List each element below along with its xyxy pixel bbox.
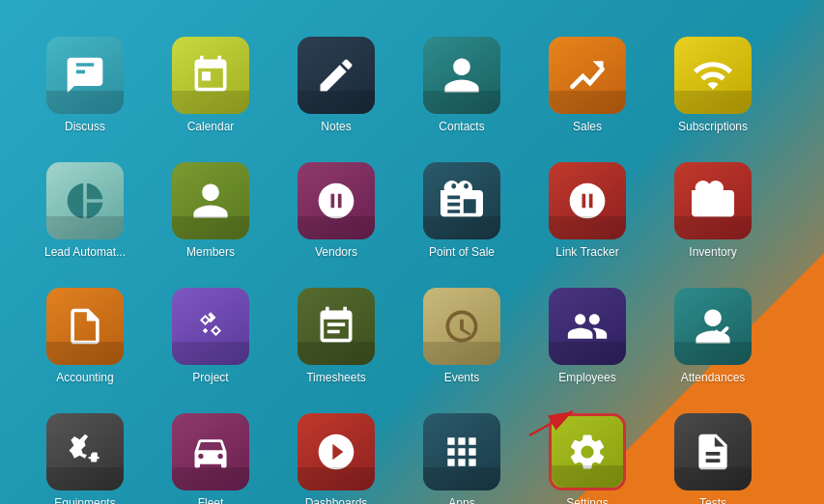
app-calendar[interactable]: Calendar — [153, 17, 269, 133]
calendar-icon — [172, 37, 249, 114]
contacts-label: Contacts — [439, 120, 484, 133]
app-dashboards[interactable]: Dashboards — [278, 394, 394, 504]
app-lead-automat[interactable]: Lead Automat... — [27, 143, 143, 259]
attendances-label: Attendances — [681, 371, 746, 384]
app-accounting[interactable]: Accounting — [27, 268, 143, 384]
tests-icon — [674, 413, 752, 490]
apps-label: Apps — [448, 496, 474, 504]
discuss-label: Discuss — [65, 120, 105, 133]
settings-icon — [549, 413, 626, 490]
app-sales[interactable]: Sales — [529, 17, 645, 133]
employees-label: Employees — [558, 371, 615, 384]
project-label: Project — [192, 371, 228, 384]
employees-icon — [549, 288, 626, 365]
lead-label: Lead Automat... — [44, 245, 126, 259]
app-discuss[interactable]: Discuss — [27, 17, 143, 133]
app-fleet[interactable]: Fleet — [153, 394, 269, 504]
accounting-icon — [46, 288, 124, 365]
app-employees[interactable]: Employees — [529, 268, 645, 384]
lead-icon — [46, 162, 124, 239]
equipments-label: Equipments — [54, 496, 115, 504]
app-settings[interactable]: Settings — [529, 394, 645, 504]
members-icon — [172, 162, 249, 239]
app-apps[interactable]: Apps — [404, 394, 520, 504]
app-subscriptions[interactable]: Subscriptions — [655, 17, 771, 133]
app-contacts[interactable]: Contacts — [404, 17, 520, 133]
subscriptions-icon — [674, 37, 752, 114]
discuss-icon — [46, 37, 124, 114]
attendances-icon — [674, 288, 752, 365]
dashboards-icon — [298, 413, 375, 490]
app-inventory[interactable]: Inventory — [655, 143, 771, 259]
link-tracker-label: Link Tracker — [555, 245, 618, 259]
contacts-icon — [423, 37, 500, 114]
dashboards-label: Dashboards — [305, 496, 368, 504]
link-tracker-icon — [549, 162, 626, 239]
vendors-label: Vendors — [315, 245, 357, 259]
app-events[interactable]: Events — [404, 268, 520, 384]
app-timesheets[interactable]: Timesheets — [278, 268, 394, 384]
project-icon — [172, 288, 249, 365]
sales-label: Sales — [573, 120, 602, 133]
fleet-label: Fleet — [198, 496, 224, 504]
app-vendors[interactable]: Vendors — [278, 143, 394, 259]
timesheets-label: Timesheets — [306, 371, 366, 384]
app-equipments[interactable]: Equipments — [27, 394, 143, 504]
accounting-label: Accounting — [56, 371, 113, 384]
app-members[interactable]: Members — [153, 143, 269, 259]
timesheets-icon — [298, 288, 375, 365]
pos-icon — [423, 162, 500, 239]
app-attendances[interactable]: Attendances — [655, 268, 771, 384]
events-label: Events — [444, 371, 480, 384]
tests-label: Tests — [699, 496, 726, 504]
apps-icon — [423, 413, 500, 490]
sales-icon — [549, 37, 626, 114]
vendors-icon — [298, 162, 375, 239]
members-label: Members — [186, 245, 235, 259]
app-notes[interactable]: Notes — [278, 17, 394, 133]
calendar-label: Calendar — [187, 120, 235, 133]
inventory-label: Inventory — [689, 245, 736, 259]
app-grid: Discuss Calendar Notes Contacts Sales Su… — [0, 0, 824, 504]
app-pos[interactable]: Point of Sale — [404, 143, 520, 259]
equipments-icon — [46, 413, 124, 490]
fleet-icon — [172, 413, 249, 490]
events-icon — [423, 288, 500, 365]
app-tests[interactable]: Tests — [655, 394, 771, 504]
notes-label: Notes — [321, 120, 351, 133]
pos-label: Point of Sale — [429, 245, 495, 259]
subscriptions-label: Subscriptions — [678, 120, 748, 133]
app-link-tracker[interactable]: Link Tracker — [529, 143, 645, 259]
app-project[interactable]: Project — [153, 268, 269, 384]
settings-label: Settings — [566, 496, 608, 504]
inventory-icon — [674, 162, 752, 239]
notes-icon — [298, 37, 375, 114]
